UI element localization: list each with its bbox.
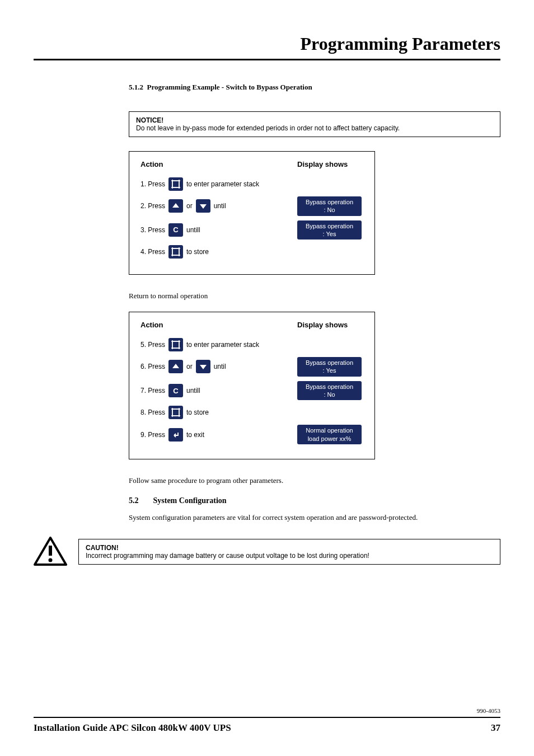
step-label: 2. Press [140,202,165,210]
step-after: until [214,363,226,370]
frame-icon [168,177,183,191]
step-label: 9. Press [140,431,165,439]
table-row: 2. Press or until Bypass operation : No [140,196,363,216]
step-after: untill [186,226,200,234]
down-arrow-icon [196,360,210,373]
display-line-1: Bypass operation [302,383,357,391]
up-arrow-icon [168,360,183,373]
display-line-1: Bypass operation [302,222,357,230]
display-line-1: Bypass operation [302,359,357,367]
step-after: to enter parameter stack [186,180,259,188]
svg-rect-12 [172,341,179,348]
chapter-title: Programming Parameters [34,34,500,60]
display-line-2: load power xx% [302,435,357,443]
display-line-2: : No [302,391,357,398]
subsection-title-text: Programming Example - Switch to Bypass O… [147,83,312,91]
display-box: Bypass operation : No [297,196,362,216]
document-number: 990-4053 [477,707,500,714]
svg-point-26 [49,558,53,562]
caution-text: Incorrect programming may damage battery… [86,552,493,560]
step-after: to store [186,408,209,416]
svg-rect-7 [172,248,179,255]
footer-title: Installation Guide APC Silcon 480kW 400V… [34,722,231,734]
page-footer: Installation Guide APC Silcon 480kW 400V… [34,717,500,734]
step-after: until [214,202,226,210]
table-row: 6. Press or until Bypass operation : Yes [140,357,363,377]
display-box: Bypass operation : Yes [297,220,362,240]
step-after: to exit [186,431,204,439]
return-text: Return to normal operation [129,292,500,300]
svg-marker-6 [200,204,207,209]
frame-icon [168,338,183,351]
table-row: 7. Press C untill Bypass operation : No [140,381,363,401]
svg-rect-19 [172,409,179,416]
display-line-1: Bypass operation [302,198,357,206]
step-label: 3. Press [140,226,165,234]
display-line-2: : Yes [302,367,357,374]
subsection-number: 5.1.2 [129,83,143,91]
svg-rect-0 [172,181,179,187]
section-body: System configuration parameters are vita… [129,513,500,522]
step-mid: or [186,363,193,370]
action-table-1: Action Display shows 1. Press to enter p… [129,151,375,275]
step-label: 4. Press [140,248,165,256]
table-row: 5. Press to enter parameter stack [140,337,363,353]
section-heading: 5.2 System Configuration [129,496,500,505]
table-row: 9. Press to exit Normal operation load p… [140,425,363,444]
display-line-2: : No [302,206,357,214]
table-header-action: Action [140,160,297,168]
svg-marker-18 [200,365,207,369]
step-label: 8. Press [140,408,165,416]
table-header-display: Display shows [297,160,348,168]
step-label: 1. Press [140,180,165,188]
action-table-2: Action Display shows 5. Press to enter p… [129,312,375,459]
table-header-action: Action [140,321,297,329]
step-label: 6. Press [140,363,165,370]
c-button-icon: C [168,384,183,397]
table-header-display: Display shows [297,321,348,329]
step-label: 5. Press [140,341,165,349]
step-after: untill [186,387,200,395]
notice-box: NOTICE! Do not leave in by-pass mode for… [129,111,500,137]
step-label: 7. Press [140,387,165,395]
step-after: to store [186,248,209,256]
display-line-2: : Yes [302,230,357,238]
enter-icon [168,428,183,442]
frame-icon [168,245,183,259]
svg-marker-5 [172,203,179,208]
page-number: 37 [491,722,500,734]
table-row: 4. Press to store [140,244,363,260]
caution-label: CAUTION! [86,544,493,552]
section-number: 5.2 [129,496,151,505]
caution-box: CAUTION! Incorrect programming may damag… [78,539,500,565]
display-box: Bypass operation : No [297,381,362,401]
notice-label: NOTICE! [136,116,493,124]
down-arrow-icon [196,199,210,213]
follow-text: Follow same procedure to program other p… [129,476,500,485]
notice-text: Do not leave in by-pass mode for extende… [136,124,493,132]
subsection-heading: 5.1.2 Programming Example - Switch to By… [129,83,500,92]
section-title-text: System Configuration [153,496,227,505]
table-row: 8. Press to store [140,405,363,420]
step-mid: or [186,202,193,210]
c-button-icon: C [168,223,183,237]
warning-icon [34,537,67,566]
table-row: 3. Press C untill Bypass operation : Yes [140,220,363,240]
up-arrow-icon [168,199,183,213]
svg-marker-17 [172,364,179,368]
display-box: Bypass operation : Yes [297,357,362,377]
display-line-1: Normal operation [302,426,357,434]
display-box: Normal operation load power xx% [297,425,362,444]
frame-icon [168,406,183,419]
svg-rect-25 [49,546,52,556]
step-after: to enter parameter stack [186,341,259,349]
table-row: 1. Press to enter parameter stack [140,176,363,192]
